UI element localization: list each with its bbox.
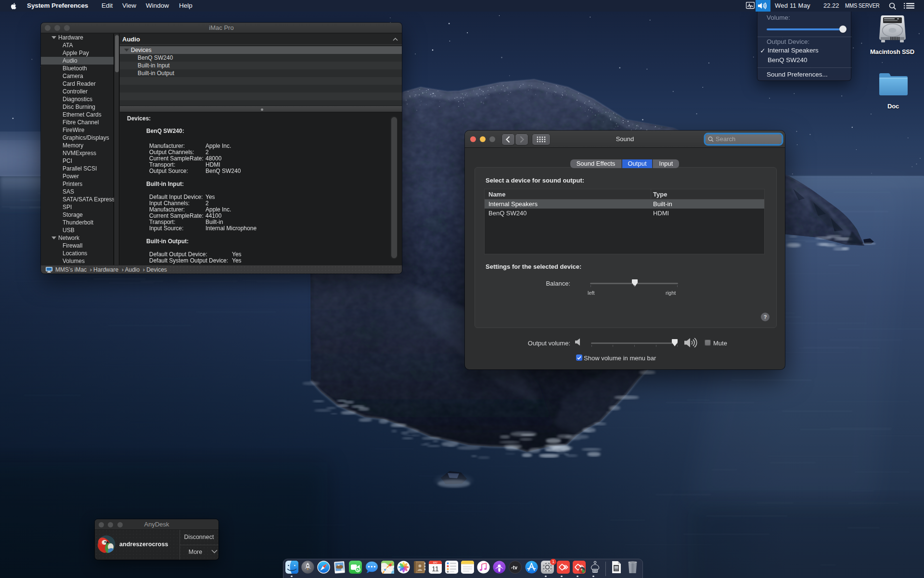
svg-text:11: 11 xyxy=(432,565,439,573)
svg-text:tv: tv xyxy=(513,565,517,570)
svg-text:MAY: MAY xyxy=(433,562,437,564)
